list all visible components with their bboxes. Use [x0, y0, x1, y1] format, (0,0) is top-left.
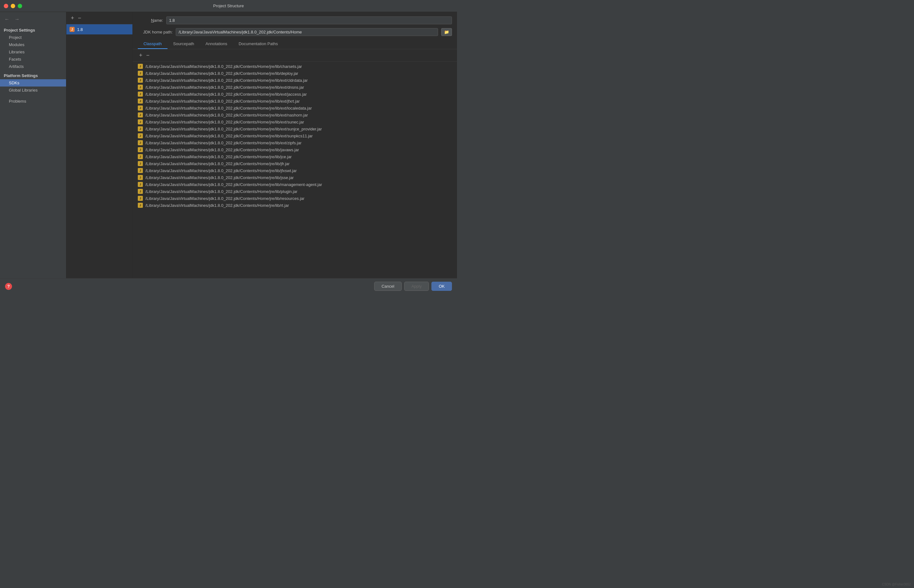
- jar-icon: J: [138, 182, 143, 187]
- name-input[interactable]: [166, 16, 452, 24]
- jar-icon: J: [138, 99, 143, 103]
- jar-item[interactable]: J/Library/Java/JavaVirtualMachines/jdk1.…: [133, 146, 457, 153]
- jar-icon: J: [138, 112, 143, 118]
- jar-path: /Library/Java/JavaVirtualMachines/jdk1.8…: [145, 147, 299, 152]
- sidebar-item-libraries-label: Libraries: [9, 50, 25, 54]
- jar-item[interactable]: J/Library/Java/JavaVirtualMachines/jdk1.…: [133, 160, 457, 167]
- jar-item[interactable]: J/Library/Java/JavaVirtualMachines/jdk1.…: [133, 139, 457, 146]
- back-button[interactable]: ←: [4, 16, 10, 23]
- jar-icon: J: [138, 126, 143, 131]
- jar-item[interactable]: J/Library/Java/JavaVirtualMachines/jdk1.…: [133, 70, 457, 77]
- jar-path: /Library/Java/JavaVirtualMachines/jdk1.8…: [145, 134, 313, 138]
- jar-path: /Library/Java/JavaVirtualMachines/jdk1.8…: [145, 99, 300, 103]
- jar-icon: J: [138, 175, 143, 180]
- sidebar-nav: ← →: [0, 15, 66, 25]
- jar-item[interactable]: J/Library/Java/JavaVirtualMachines/jdk1.…: [133, 90, 457, 98]
- jar-path: /Library/Java/JavaVirtualMachines/jdk1.8…: [145, 64, 302, 69]
- sidebar-item-modules-label: Modules: [9, 42, 24, 47]
- jdk-path-browse-button[interactable]: 📁: [441, 28, 452, 36]
- jdk-path-input[interactable]: [176, 28, 438, 36]
- jar-icon: J: [138, 64, 143, 69]
- sidebar: ← → Project Settings Project Modules Lib…: [0, 12, 66, 278]
- project-settings-label: Project Settings: [0, 26, 66, 34]
- jar-path: /Library/Java/JavaVirtualMachines/jdk1.8…: [145, 106, 312, 110]
- jar-path: /Library/Java/JavaVirtualMachines/jdk1.8…: [145, 71, 298, 76]
- jar-item[interactable]: J/Library/Java/JavaVirtualMachines/jdk1.…: [133, 63, 457, 70]
- jdk-path-row: JDK home path: 📁: [138, 28, 452, 36]
- jar-icon: J: [138, 168, 143, 173]
- jar-icon: J: [138, 105, 143, 110]
- jar-path: /Library/Java/JavaVirtualMachines/jdk1.8…: [145, 78, 308, 83]
- platform-settings-label: Platform Settings: [0, 70, 66, 79]
- jar-icon: J: [138, 133, 143, 138]
- jar-item[interactable]: J/Library/Java/JavaVirtualMachines/jdk1.…: [133, 125, 457, 132]
- jar-item[interactable]: J/Library/Java/JavaVirtualMachines/jdk1.…: [133, 195, 457, 202]
- ok-button[interactable]: OK: [431, 282, 452, 291]
- sidebar-item-libraries[interactable]: Libraries: [0, 48, 66, 56]
- maximize-button[interactable]: [18, 4, 22, 8]
- jar-icon: J: [138, 154, 143, 159]
- jar-icon: J: [138, 140, 143, 145]
- minimize-button[interactable]: [11, 4, 15, 8]
- jar-icon: J: [138, 161, 143, 166]
- jar-item[interactable]: J/Library/Java/JavaVirtualMachines/jdk1.…: [133, 202, 457, 209]
- sidebar-item-artifacts-label: Artifacts: [9, 64, 24, 69]
- tab-annotations[interactable]: Annotations: [200, 39, 233, 49]
- jar-path: /Library/Java/JavaVirtualMachines/jdk1.8…: [145, 175, 293, 180]
- tab-documentation-paths[interactable]: Documentation Paths: [233, 39, 284, 49]
- sdk-add-button[interactable]: +: [70, 15, 76, 21]
- jar-icon: J: [138, 147, 143, 152]
- sidebar-item-sdks[interactable]: SDKs: [0, 79, 66, 87]
- close-button[interactable]: [4, 4, 8, 8]
- sidebar-item-artifacts[interactable]: Artifacts: [0, 63, 66, 70]
- classpath-remove-button[interactable]: −: [145, 52, 151, 59]
- help-button[interactable]: ?: [5, 283, 12, 290]
- sdk-list-toolbar: + −: [66, 12, 133, 24]
- window-controls: [4, 4, 22, 8]
- right-panel: Name: JDK home path: 📁 Classpath Sourcep…: [133, 12, 457, 278]
- sidebar-item-sdks-label: SDKs: [9, 81, 19, 85]
- sidebar-item-problems-label: Problems: [9, 99, 26, 103]
- jar-list: J/Library/Java/JavaVirtualMachines/jdk1.…: [133, 61, 457, 278]
- jar-icon: J: [138, 196, 143, 201]
- jar-item[interactable]: J/Library/Java/JavaVirtualMachines/jdk1.…: [133, 105, 457, 111]
- name-row: Name:: [138, 16, 452, 24]
- sidebar-item-global-libraries[interactable]: Global Libraries: [0, 87, 66, 94]
- jar-path: /Library/Java/JavaVirtualMachines/jdk1.8…: [145, 85, 304, 90]
- jar-item[interactable]: J/Library/Java/JavaVirtualMachines/jdk1.…: [133, 77, 457, 84]
- jar-path: /Library/Java/JavaVirtualMachines/jdk1.8…: [145, 154, 292, 159]
- jar-path: /Library/Java/JavaVirtualMachines/jdk1.8…: [145, 203, 289, 208]
- classpath-add-button[interactable]: +: [138, 52, 144, 59]
- jar-item[interactable]: J/Library/Java/JavaVirtualMachines/jdk1.…: [133, 111, 457, 118]
- tab-classpath[interactable]: Classpath: [138, 39, 167, 49]
- jar-item[interactable]: J/Library/Java/JavaVirtualMachines/jdk1.…: [133, 132, 457, 139]
- jar-item[interactable]: J/Library/Java/JavaVirtualMachines/jdk1.…: [133, 153, 457, 160]
- jar-path: /Library/Java/JavaVirtualMachines/jdk1.8…: [145, 196, 305, 201]
- jar-icon: J: [138, 203, 143, 208]
- sdk-remove-button[interactable]: −: [77, 15, 83, 21]
- jar-item[interactable]: J/Library/Java/JavaVirtualMachines/jdk1.…: [133, 174, 457, 181]
- forward-button[interactable]: →: [14, 16, 20, 23]
- sidebar-item-modules[interactable]: Modules: [0, 41, 66, 48]
- jar-item[interactable]: J/Library/Java/JavaVirtualMachines/jdk1.…: [133, 181, 457, 188]
- jar-path: /Library/Java/JavaVirtualMachines/jdk1.8…: [145, 120, 304, 124]
- jar-path: /Library/Java/JavaVirtualMachines/jdk1.8…: [145, 168, 297, 173]
- sidebar-item-facets[interactable]: Facets: [0, 56, 66, 63]
- apply-button[interactable]: Apply: [404, 282, 429, 291]
- jar-path: /Library/Java/JavaVirtualMachines/jdk1.8…: [145, 92, 307, 97]
- jar-item[interactable]: J/Library/Java/JavaVirtualMachines/jdk1.…: [133, 84, 457, 90]
- sdk-item-1.8[interactable]: J 1.8: [66, 24, 133, 34]
- sidebar-item-problems[interactable]: Problems: [0, 98, 66, 105]
- jar-item[interactable]: J/Library/Java/JavaVirtualMachines/jdk1.…: [133, 118, 457, 125]
- folder-icon: 📁: [444, 30, 449, 34]
- jar-path: /Library/Java/JavaVirtualMachines/jdk1.8…: [145, 182, 322, 187]
- jar-item[interactable]: J/Library/Java/JavaVirtualMachines/jdk1.…: [133, 188, 457, 195]
- sidebar-item-project[interactable]: Project: [0, 34, 66, 41]
- jar-item[interactable]: J/Library/Java/JavaVirtualMachines/jdk1.…: [133, 98, 457, 105]
- tab-sourcepath[interactable]: Sourcepath: [167, 39, 200, 49]
- window-title: Project Structure: [213, 3, 244, 8]
- cancel-button[interactable]: Cancel: [374, 282, 401, 291]
- jar-item[interactable]: J/Library/Java/JavaVirtualMachines/jdk1.…: [133, 167, 457, 174]
- footer-left: ?: [5, 283, 12, 290]
- sidebar-item-project-label: Project: [9, 35, 21, 40]
